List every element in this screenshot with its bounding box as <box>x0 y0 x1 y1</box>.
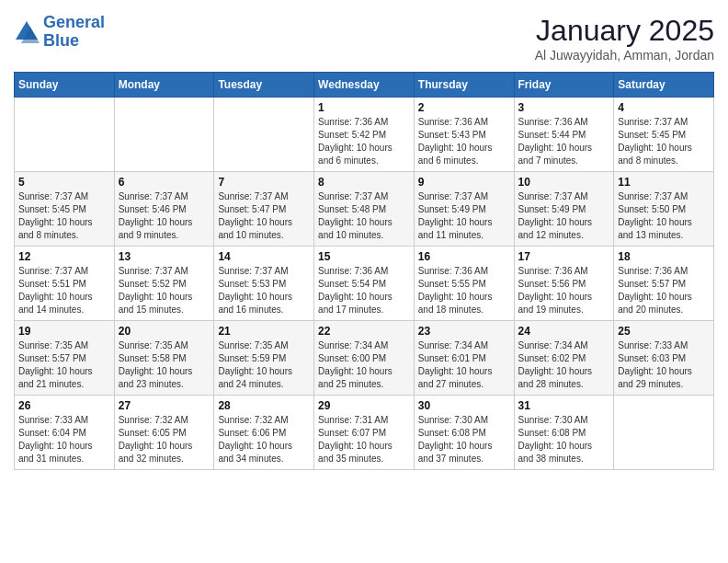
weekday-header: Sunday <box>15 73 115 98</box>
calendar-cell <box>15 98 115 172</box>
day-number: 4 <box>618 101 710 114</box>
calendar-cell: 14Sunrise: 7:37 AM Sunset: 5:53 PM Dayli… <box>214 247 314 321</box>
day-info: Sunrise: 7:33 AM Sunset: 6:04 PM Dayligh… <box>18 414 110 465</box>
day-info: Sunrise: 7:37 AM Sunset: 5:51 PM Dayligh… <box>18 265 110 316</box>
calendar-cell: 30Sunrise: 7:30 AM Sunset: 6:08 PM Dayli… <box>414 396 514 470</box>
day-number: 14 <box>218 250 310 263</box>
day-info: Sunrise: 7:32 AM Sunset: 6:05 PM Dayligh… <box>119 414 210 465</box>
calendar-cell <box>614 396 714 470</box>
weekday-header: Friday <box>514 73 614 98</box>
day-info: Sunrise: 7:37 AM Sunset: 5:48 PM Dayligh… <box>318 190 410 242</box>
calendar-cell: 27Sunrise: 7:32 AM Sunset: 6:05 PM Dayli… <box>114 396 214 470</box>
day-info: Sunrise: 7:37 AM Sunset: 5:50 PM Dayligh… <box>618 190 710 242</box>
day-info: Sunrise: 7:35 AM Sunset: 5:58 PM Dayligh… <box>119 339 210 391</box>
day-info: Sunrise: 7:31 AM Sunset: 6:07 PM Dayligh… <box>318 414 410 465</box>
calendar-cell: 23Sunrise: 7:34 AM Sunset: 6:01 PM Dayli… <box>414 321 514 396</box>
day-number: 18 <box>618 250 710 263</box>
day-number: 27 <box>119 399 210 412</box>
day-number: 5 <box>18 176 110 189</box>
day-info: Sunrise: 7:37 AM Sunset: 5:46 PM Dayligh… <box>119 190 210 242</box>
day-number: 31 <box>518 399 610 412</box>
calendar-cell: 28Sunrise: 7:32 AM Sunset: 6:06 PM Dayli… <box>214 396 314 470</box>
day-info: Sunrise: 7:37 AM Sunset: 5:49 PM Dayligh… <box>418 190 510 242</box>
day-info: Sunrise: 7:36 AM Sunset: 5:56 PM Dayligh… <box>518 265 610 316</box>
month-title: January 2025 <box>535 14 714 48</box>
calendar-cell: 25Sunrise: 7:33 AM Sunset: 6:03 PM Dayli… <box>614 321 714 396</box>
calendar-cell: 12Sunrise: 7:37 AM Sunset: 5:51 PM Dayli… <box>15 247 115 321</box>
calendar-cell <box>114 98 214 172</box>
calendar-cell: 20Sunrise: 7:35 AM Sunset: 5:58 PM Dayli… <box>114 321 214 396</box>
calendar-cell: 1Sunrise: 7:36 AM Sunset: 5:42 PM Daylig… <box>314 98 415 172</box>
weekday-header: Monday <box>114 73 214 98</box>
calendar-cell: 17Sunrise: 7:36 AM Sunset: 5:56 PM Dayli… <box>514 247 614 321</box>
day-info: Sunrise: 7:37 AM Sunset: 5:52 PM Dayligh… <box>119 265 210 316</box>
day-info: Sunrise: 7:36 AM Sunset: 5:55 PM Dayligh… <box>418 265 510 316</box>
day-number: 20 <box>119 325 210 338</box>
day-number: 17 <box>518 250 610 263</box>
calendar-cell: 13Sunrise: 7:37 AM Sunset: 5:52 PM Dayli… <box>114 247 214 321</box>
calendar-week-row: 26Sunrise: 7:33 AM Sunset: 6:04 PM Dayli… <box>15 396 714 470</box>
day-info: Sunrise: 7:35 AM Sunset: 5:59 PM Dayligh… <box>218 339 310 391</box>
day-number: 30 <box>418 399 510 412</box>
title-area: January 2025 Al Juwayyidah, Amman, Jorda… <box>535 14 714 63</box>
day-number: 23 <box>418 325 510 338</box>
logo-line2: Blue <box>43 31 79 50</box>
calendar-cell: 22Sunrise: 7:34 AM Sunset: 6:00 PM Dayli… <box>314 321 415 396</box>
day-number: 6 <box>119 176 210 189</box>
logo-text: General Blue <box>43 14 105 51</box>
day-info: Sunrise: 7:37 AM Sunset: 5:47 PM Dayligh… <box>218 190 310 242</box>
calendar-cell <box>214 98 314 172</box>
day-number: 8 <box>318 176 410 189</box>
day-info: Sunrise: 7:30 AM Sunset: 6:08 PM Dayligh… <box>418 414 510 465</box>
day-info: Sunrise: 7:36 AM Sunset: 5:43 PM Dayligh… <box>418 116 510 167</box>
day-info: Sunrise: 7:36 AM Sunset: 5:57 PM Dayligh… <box>618 265 710 316</box>
calendar-week-row: 12Sunrise: 7:37 AM Sunset: 5:51 PM Dayli… <box>15 247 714 321</box>
day-number: 19 <box>18 325 110 338</box>
day-number: 9 <box>418 176 510 189</box>
location-subtitle: Al Juwayyidah, Amman, Jordan <box>535 48 714 63</box>
calendar-cell: 10Sunrise: 7:37 AM Sunset: 5:49 PM Dayli… <box>514 172 614 247</box>
day-number: 1 <box>318 101 410 114</box>
logo-line1: General <box>43 13 105 31</box>
weekday-header: Saturday <box>614 73 714 98</box>
day-info: Sunrise: 7:32 AM Sunset: 6:06 PM Dayligh… <box>218 414 310 465</box>
day-info: Sunrise: 7:37 AM Sunset: 5:53 PM Dayligh… <box>218 265 310 316</box>
day-info: Sunrise: 7:37 AM Sunset: 5:45 PM Dayligh… <box>618 116 710 167</box>
calendar-cell: 7Sunrise: 7:37 AM Sunset: 5:47 PM Daylig… <box>214 172 314 247</box>
day-number: 24 <box>518 325 610 338</box>
day-info: Sunrise: 7:34 AM Sunset: 6:00 PM Dayligh… <box>318 339 410 391</box>
calendar-cell: 21Sunrise: 7:35 AM Sunset: 5:59 PM Dayli… <box>214 321 314 396</box>
weekday-header: Tuesday <box>214 73 314 98</box>
calendar-cell: 15Sunrise: 7:36 AM Sunset: 5:54 PM Dayli… <box>314 247 415 321</box>
calendar-cell: 9Sunrise: 7:37 AM Sunset: 5:49 PM Daylig… <box>414 172 514 247</box>
day-number: 25 <box>618 325 710 338</box>
calendar-cell: 31Sunrise: 7:30 AM Sunset: 6:08 PM Dayli… <box>514 396 614 470</box>
day-info: Sunrise: 7:37 AM Sunset: 5:45 PM Dayligh… <box>18 190 110 242</box>
day-info: Sunrise: 7:33 AM Sunset: 6:03 PM Dayligh… <box>618 339 710 391</box>
calendar-week-row: 1Sunrise: 7:36 AM Sunset: 5:42 PM Daylig… <box>15 98 714 172</box>
day-number: 22 <box>318 325 410 338</box>
page-header: General Blue January 2025 Al Juwayyidah,… <box>14 14 714 63</box>
day-number: 21 <box>218 325 310 338</box>
day-number: 11 <box>618 176 710 189</box>
day-info: Sunrise: 7:36 AM Sunset: 5:44 PM Dayligh… <box>518 116 610 167</box>
day-info: Sunrise: 7:36 AM Sunset: 5:42 PM Dayligh… <box>318 116 410 167</box>
weekday-header: Wednesday <box>314 73 415 98</box>
weekday-header-row: SundayMondayTuesdayWednesdayThursdayFrid… <box>15 73 714 98</box>
calendar-cell: 26Sunrise: 7:33 AM Sunset: 6:04 PM Dayli… <box>15 396 115 470</box>
calendar-cell: 4Sunrise: 7:37 AM Sunset: 5:45 PM Daylig… <box>614 98 714 172</box>
day-info: Sunrise: 7:35 AM Sunset: 5:57 PM Dayligh… <box>18 339 110 391</box>
day-info: Sunrise: 7:34 AM Sunset: 6:01 PM Dayligh… <box>418 339 510 391</box>
day-number: 28 <box>218 399 310 412</box>
day-info: Sunrise: 7:30 AM Sunset: 6:08 PM Dayligh… <box>518 414 610 465</box>
calendar-cell: 2Sunrise: 7:36 AM Sunset: 5:43 PM Daylig… <box>414 98 514 172</box>
day-info: Sunrise: 7:34 AM Sunset: 6:02 PM Dayligh… <box>518 339 610 391</box>
day-number: 10 <box>518 176 610 189</box>
day-number: 15 <box>318 250 410 263</box>
day-info: Sunrise: 7:36 AM Sunset: 5:54 PM Dayligh… <box>318 265 410 316</box>
calendar-cell: 11Sunrise: 7:37 AM Sunset: 5:50 PM Dayli… <box>614 172 714 247</box>
calendar-cell: 3Sunrise: 7:36 AM Sunset: 5:44 PM Daylig… <box>514 98 614 172</box>
day-number: 16 <box>418 250 510 263</box>
day-number: 2 <box>418 101 510 114</box>
day-number: 26 <box>18 399 110 412</box>
